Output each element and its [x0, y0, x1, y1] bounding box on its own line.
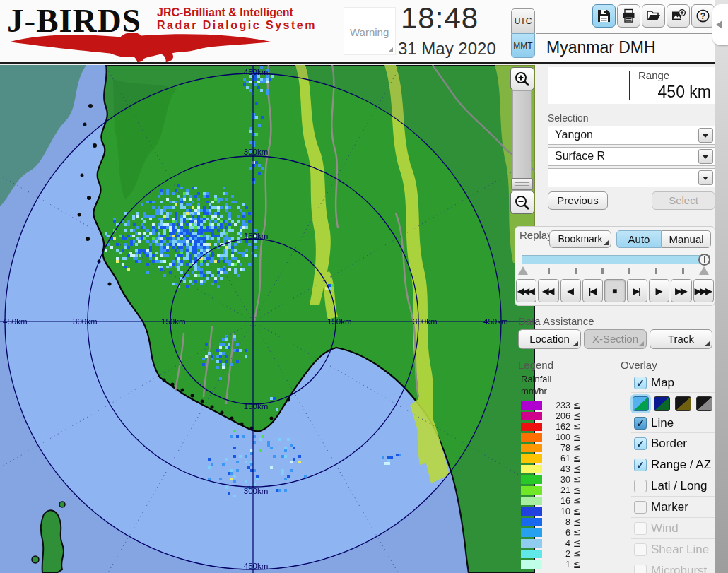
- previous-button[interactable]: Previous: [548, 191, 608, 210]
- legend-entry: 30≦: [521, 474, 606, 485]
- legend-value: 206: [548, 411, 570, 421]
- replay-slider-thumb[interactable]: [698, 254, 710, 266]
- play-button[interactable]: ▶: [649, 279, 669, 302]
- dropdown-arrow-button[interactable]: [698, 170, 713, 185]
- legend-title: Legend: [518, 359, 553, 371]
- overlay-item-shear-line: Shear Line: [631, 538, 715, 560]
- stop-button[interactable]: ■: [604, 279, 625, 302]
- line-checkbox[interactable]: ✓: [634, 417, 647, 430]
- track-button[interactable]: Track: [650, 329, 712, 349]
- playback-row: ◀◀◀◀◀◀|◀■▶|▶▶▶▶▶▶: [516, 279, 714, 302]
- legend-entry: 4≦: [521, 538, 606, 548]
- jump-last-button[interactable]: ▶▶▶: [693, 279, 714, 302]
- step-back-button[interactable]: |◀: [582, 279, 603, 302]
- leq-symbol: ≦: [573, 485, 580, 495]
- overlay-label: Range / AZ: [651, 458, 711, 472]
- collapse-arrow-icon: [716, 20, 722, 29]
- select-button[interactable]: Select: [652, 191, 715, 210]
- replay-slider-track[interactable]: [522, 255, 710, 264]
- location-button[interactable]: Location: [518, 329, 581, 349]
- overlay-label: Wind: [651, 521, 679, 536]
- legend-entry: 8≦: [521, 516, 606, 527]
- bookmark-button[interactable]: Bookmark: [549, 230, 611, 248]
- manual-mode-button[interactable]: Manual: [662, 230, 711, 248]
- data-assistance-label: Data Assistance: [518, 315, 594, 327]
- overlay-item-marker[interactable]: Marker: [631, 496, 715, 517]
- auto-mode-button[interactable]: Auto: [616, 230, 662, 248]
- leq-symbol: ≦: [573, 400, 580, 410]
- menu-corner-icon: [639, 341, 644, 346]
- legend-swatch: [521, 560, 542, 569]
- warning-button[interactable]: Warning: [344, 7, 396, 55]
- marker-checkbox[interactable]: [634, 501, 647, 514]
- leq-symbol: ≦: [573, 559, 580, 569]
- product-dropdown-value: Surface R: [555, 150, 605, 163]
- open-file-button[interactable]: [642, 4, 665, 28]
- site-dropdown[interactable]: Yangon: [548, 126, 715, 145]
- replay-range-start-marker[interactable]: [518, 266, 528, 275]
- map-style-3[interactable]: [675, 396, 691, 411]
- panel-collapse-tab[interactable]: [712, 4, 728, 45]
- map-style-2[interactable]: [654, 396, 670, 411]
- dropdown-arrow-button[interactable]: [698, 128, 713, 143]
- border-checkbox[interactable]: ✓: [634, 437, 647, 450]
- overlay-item-range-az[interactable]: ✓Range / AZ: [631, 454, 715, 475]
- legend-value: 233: [548, 401, 570, 410]
- x-section-button[interactable]: X-Section: [584, 329, 647, 349]
- mmt-button[interactable]: MMT: [511, 33, 535, 58]
- microburst-checkbox[interactable]: [634, 565, 647, 573]
- zoom-slider-track[interactable]: [512, 90, 532, 191]
- menu-corner-icon: [388, 47, 393, 52]
- svg-text:450km: 450km: [244, 562, 269, 570]
- radar-map[interactable]: 450km 300km 150km 150km 300km 450km 450k…: [0, 65, 535, 573]
- leq-symbol: ≦: [573, 538, 580, 548]
- utc-button[interactable]: UTC: [511, 8, 535, 33]
- dropdown-arrow-button[interactable]: [698, 149, 713, 164]
- legend-swatch: [521, 539, 542, 548]
- zoom-out-button[interactable]: [510, 191, 534, 214]
- menu-corner-icon: [604, 240, 609, 245]
- legend-value: 21: [548, 485, 570, 495]
- jump-first-button[interactable]: ◀◀◀: [516, 279, 536, 302]
- overlay-item-lati-long[interactable]: Lati / Long: [631, 475, 715, 496]
- product-dropdown[interactable]: Surface R: [548, 147, 715, 166]
- add-image-button[interactable]: [667, 4, 690, 28]
- overlay-item-border[interactable]: ✓Border: [631, 432, 715, 454]
- fast-rewind-button[interactable]: ◀◀: [538, 279, 558, 302]
- legend-swatch: [521, 444, 542, 452]
- overlay-item-line[interactable]: ✓Line: [631, 414, 715, 432]
- save-button[interactable]: [592, 4, 616, 28]
- legend-entry: 1≦: [521, 559, 606, 569]
- range-az-checkbox[interactable]: ✓: [634, 459, 647, 471]
- wind-checkbox[interactable]: [634, 522, 647, 535]
- map-style-1[interactable]: [633, 396, 649, 411]
- map-checkbox[interactable]: ✓: [634, 377, 647, 389]
- map-style-4[interactable]: [696, 396, 712, 411]
- fast-forward-button[interactable]: ▶▶: [671, 279, 691, 302]
- x-section-label: X-Section: [592, 333, 638, 345]
- legend-entry: 43≦: [521, 463, 606, 474]
- option-dropdown[interactable]: [548, 168, 715, 187]
- lati-long-checkbox[interactable]: [634, 480, 647, 492]
- legend-entry: 78≦: [521, 442, 606, 453]
- header: J-BIRDS JRC-Brilliant & Intelligent Rada…: [0, 0, 728, 64]
- svg-text:300km: 300km: [244, 148, 269, 156]
- leq-symbol: ≦: [573, 421, 580, 432]
- overlay-item-map[interactable]: ✓Map: [631, 374, 715, 392]
- print-button[interactable]: [617, 4, 640, 28]
- legend-unit-line1: Rainfall: [521, 374, 551, 384]
- legend-value: 2: [548, 549, 570, 559]
- svg-text:150km: 150km: [161, 317, 186, 326]
- replay-range-end-marker[interactable]: [699, 266, 709, 275]
- zoom-slider-thumb[interactable]: [511, 178, 533, 190]
- magnifier-plus-icon: [514, 71, 532, 88]
- replay-label: Replay: [519, 229, 553, 241]
- help-button[interactable]: ?: [691, 4, 715, 28]
- overlay-zone-rest: ✓Line✓Border✓Range / AZLati / LongMarker…: [631, 414, 715, 573]
- step-forward-button[interactable]: ▶|: [627, 279, 647, 302]
- shear-line-checkbox[interactable]: [634, 543, 647, 556]
- station-name: Myanmar DMH: [546, 38, 656, 57]
- legend-entries: 233≦206≦162≦100≦78≦61≦43≦30≦21≦16≦10≦8≦6…: [521, 400, 606, 569]
- zoom-in-button[interactable]: [510, 67, 534, 90]
- rewind-button[interactable]: ◀: [560, 279, 581, 302]
